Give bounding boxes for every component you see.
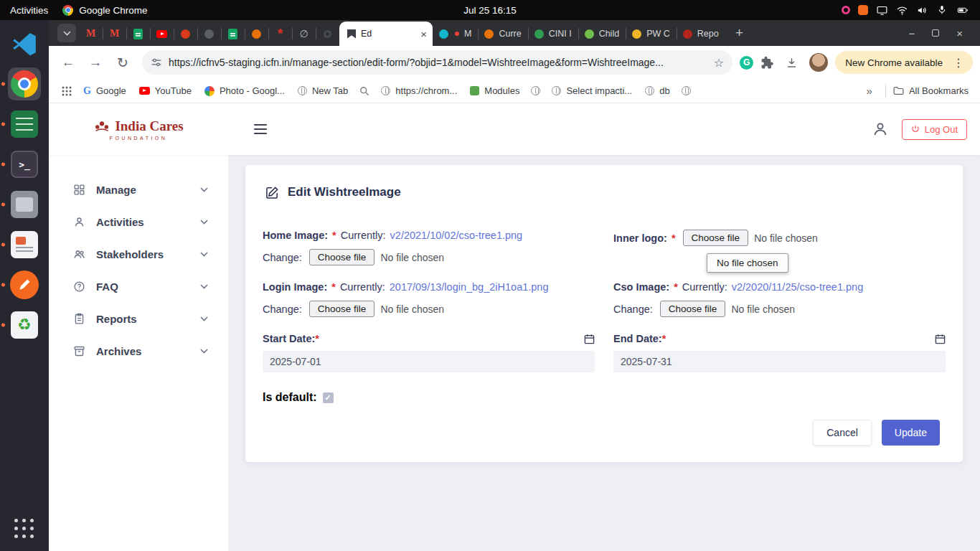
battery-icon[interactable] bbox=[956, 4, 970, 16]
grammarly-extension-icon[interactable]: G bbox=[740, 56, 753, 70]
back-button[interactable]: ← bbox=[56, 55, 80, 70]
screen-share-icon[interactable] bbox=[876, 4, 888, 17]
focused-app-indicator[interactable]: Google Chrome bbox=[62, 5, 147, 16]
pinned-tab[interactable]: M bbox=[79, 22, 103, 46]
calendar-icon[interactable] bbox=[935, 334, 946, 344]
restore-button[interactable] bbox=[932, 29, 939, 37]
bookmark-star-icon[interactable]: ☆ bbox=[714, 56, 724, 70]
update-button[interactable]: Update bbox=[882, 420, 940, 446]
draw-pen-icon[interactable] bbox=[8, 268, 41, 301]
files-icon[interactable] bbox=[8, 188, 41, 221]
bookmarks-overflow-chevron[interactable]: » bbox=[861, 85, 878, 97]
sidebar-item-manage[interactable]: Manage bbox=[49, 174, 228, 206]
tab[interactable]: Repo bbox=[677, 22, 725, 46]
url-text[interactable]: https://icfnv5-staging.icfn.in/manage-se… bbox=[169, 57, 707, 68]
close-button[interactable]: × bbox=[956, 27, 963, 39]
tab[interactable]: PW C bbox=[626, 22, 677, 46]
minimize-button[interactable]: − bbox=[908, 27, 915, 39]
tab-active[interactable]: Ed × bbox=[339, 22, 433, 46]
bookmark-item[interactable]: GGoogle bbox=[77, 83, 132, 100]
tab[interactable]: CINI I bbox=[528, 22, 578, 46]
forward-button[interactable]: → bbox=[83, 55, 108, 70]
bookmark-item[interactable]: db bbox=[639, 83, 675, 99]
screen-record-icon[interactable] bbox=[842, 6, 850, 14]
calendar-icon[interactable] bbox=[584, 334, 595, 344]
user-menu-icon[interactable] bbox=[872, 121, 889, 138]
end-date-input[interactable] bbox=[613, 351, 946, 372]
address-bar[interactable]: https://icfnv5-staging.icfn.in/manage-se… bbox=[142, 50, 732, 75]
required-asterisk: * bbox=[674, 281, 678, 293]
globe-icon[interactable] bbox=[677, 83, 695, 98]
pinned-tab[interactable] bbox=[221, 22, 245, 46]
choose-file-button[interactable]: Choose file bbox=[660, 301, 726, 317]
tab[interactable]: M bbox=[433, 22, 478, 46]
site-logo[interactable]: India Cares FOUNDATION bbox=[49, 118, 228, 141]
site-settings-icon[interactable] bbox=[151, 57, 162, 68]
pinned-tab[interactable]: * bbox=[268, 22, 292, 46]
libreoffice-impress-icon[interactable] bbox=[8, 228, 41, 261]
bookmark-item[interactable]: https://chrom... bbox=[375, 83, 463, 99]
pinned-tab[interactable] bbox=[150, 22, 174, 46]
wifi-icon[interactable] bbox=[896, 4, 908, 17]
new-tab-button[interactable]: + bbox=[730, 23, 750, 43]
cancel-button[interactable]: Cancel bbox=[813, 420, 872, 446]
chrome-dock-icon[interactable] bbox=[8, 67, 41, 100]
apps-grid-icon[interactable] bbox=[57, 83, 76, 99]
chrome-window: M M * ∅ Ed × M Curre CINI I Child PW C R… bbox=[49, 20, 980, 551]
sidebar-item-stakeholders[interactable]: Stakeholders bbox=[49, 238, 228, 270]
search-icon[interactable] bbox=[355, 83, 374, 99]
pinned-tab[interactable] bbox=[126, 22, 150, 46]
microphone-icon[interactable] bbox=[936, 4, 948, 16]
clock[interactable]: Jul 25 16:15 bbox=[463, 5, 517, 16]
sidebar-toggle-button[interactable] bbox=[250, 120, 271, 138]
sidebar-item-activities[interactable]: Activities bbox=[49, 206, 228, 238]
pinned-tab[interactable] bbox=[245, 22, 268, 46]
pinned-tab[interactable] bbox=[174, 22, 197, 46]
reload-button[interactable]: ↻ bbox=[110, 55, 135, 71]
logout-button[interactable]: Log Out bbox=[902, 119, 967, 140]
show-apps-button[interactable] bbox=[8, 512, 41, 545]
terminal-icon[interactable]: >_ bbox=[8, 148, 41, 181]
chrome-menu-icon[interactable]: ⋮ bbox=[950, 56, 967, 70]
window-controls: − × bbox=[898, 20, 973, 46]
update-chrome-button[interactable]: New Chrome available ⋮ bbox=[835, 51, 973, 74]
pinned-tab[interactable] bbox=[197, 22, 221, 46]
downloads-icon[interactable] bbox=[781, 56, 802, 70]
edit-icon bbox=[265, 186, 279, 199]
bookmark-item[interactable]: Modules bbox=[464, 83, 525, 99]
sidebar-item-faq[interactable]: FAQ bbox=[49, 270, 228, 303]
bookmark-item[interactable]: New Tab bbox=[292, 83, 354, 99]
tab-scroll-button[interactable] bbox=[57, 24, 76, 42]
pinned-tab[interactable]: M bbox=[103, 22, 126, 46]
pinned-tab[interactable]: ∅ bbox=[292, 22, 316, 46]
bookmark-item[interactable]: YouTube bbox=[133, 83, 197, 99]
power-icon bbox=[911, 125, 920, 133]
globe-icon[interactable] bbox=[527, 83, 545, 98]
bookmark-item[interactable]: Select impacti... bbox=[546, 83, 638, 99]
volume-icon[interactable] bbox=[916, 4, 928, 17]
libreoffice-calc-icon[interactable] bbox=[8, 108, 41, 141]
activities-button[interactable]: Activities bbox=[10, 5, 48, 16]
is-default-checkbox[interactable]: ✓ bbox=[323, 392, 334, 403]
extensions-puzzle-icon[interactable] bbox=[756, 56, 778, 70]
sidebar-item-archives[interactable]: Archives bbox=[49, 335, 228, 367]
profile-avatar[interactable] bbox=[809, 53, 828, 72]
tab[interactable]: Child bbox=[578, 22, 626, 46]
bookmark-item[interactable]: Photo - Googl... bbox=[199, 83, 291, 99]
tab-close-icon[interactable]: × bbox=[420, 28, 427, 40]
tab[interactable]: Curre bbox=[478, 22, 527, 46]
current-file-link[interactable]: v2/2021/10/02/cso-tree1.png bbox=[390, 230, 523, 241]
app-indicator-icon[interactable] bbox=[858, 5, 868, 15]
choose-file-button[interactable]: Choose file bbox=[309, 249, 375, 265]
choose-file-button[interactable]: Choose file bbox=[309, 301, 375, 317]
pinned-tab[interactable] bbox=[316, 22, 339, 46]
recycle-icon[interactable]: ♻ bbox=[8, 309, 41, 342]
current-file-link[interactable]: v2/2020/11/25/cso-tree1.png bbox=[732, 281, 864, 293]
vscode-icon[interactable] bbox=[8, 27, 41, 60]
current-file-link[interactable]: 2017/09/13/login_bg_2iH1oa1.png bbox=[390, 281, 549, 293]
sidebar-item-reports[interactable]: Reports bbox=[49, 303, 228, 335]
choose-file-button[interactable]: Choose file bbox=[683, 230, 749, 246]
field-label: Cso Image: bbox=[613, 281, 669, 293]
all-bookmarks-button[interactable]: All Bookmarks bbox=[893, 85, 971, 96]
start-date-input[interactable] bbox=[263, 351, 595, 372]
